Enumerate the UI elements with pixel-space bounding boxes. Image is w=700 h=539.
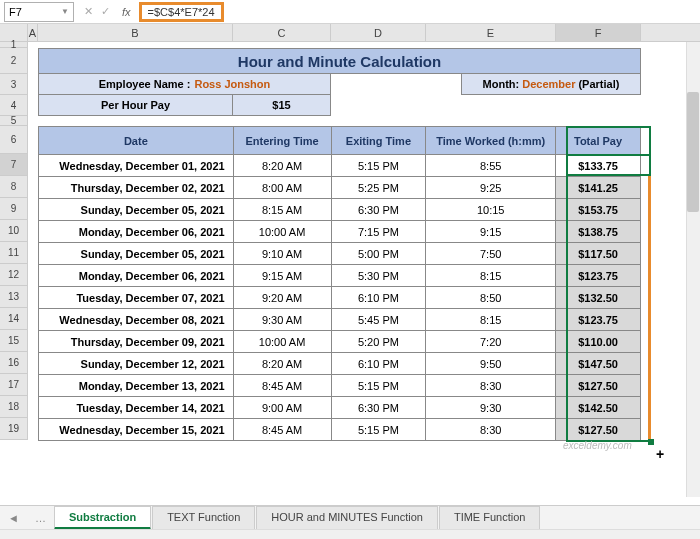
row-header[interactable]: 12: [0, 264, 28, 286]
cell-date[interactable]: Tuesday, December 14, 2021: [39, 397, 234, 419]
cell-exit[interactable]: 6:30 PM: [331, 397, 426, 419]
horizontal-scrollbar[interactable]: [0, 529, 700, 539]
cell-pay[interactable]: $117.50: [556, 243, 641, 265]
cell-date[interactable]: Tuesday, December 07, 2021: [39, 287, 234, 309]
row-header[interactable]: 3: [0, 74, 28, 95]
formula-input[interactable]: =$C$4*E7*24: [139, 2, 224, 22]
cell-date[interactable]: Monday, December 06, 2021: [39, 265, 234, 287]
cell-date[interactable]: Sunday, December 12, 2021: [39, 353, 234, 375]
cell-enter[interactable]: 8:20 AM: [233, 353, 331, 375]
cell-exit[interactable]: 5:25 PM: [331, 177, 426, 199]
row-header[interactable]: 10: [0, 220, 28, 242]
cell-worked[interactable]: 9:30: [426, 397, 556, 419]
cell-exit[interactable]: 5:15 PM: [331, 155, 426, 177]
sheet-tab[interactable]: TIME Function: [439, 506, 541, 530]
cell-pay[interactable]: $123.75: [556, 265, 641, 287]
cell-enter[interactable]: 9:00 AM: [233, 397, 331, 419]
cell-pay[interactable]: $110.00: [556, 331, 641, 353]
cell-enter[interactable]: 9:20 AM: [233, 287, 331, 309]
row-header[interactable]: 15: [0, 330, 28, 352]
cell-enter[interactable]: 9:15 AM: [233, 265, 331, 287]
cell-worked[interactable]: 9:25: [426, 177, 556, 199]
cell-worked[interactable]: 9:50: [426, 353, 556, 375]
cell-enter[interactable]: 8:45 AM: [233, 375, 331, 397]
row-header[interactable]: 7: [0, 154, 28, 176]
cell-worked[interactable]: 8:50: [426, 287, 556, 309]
enter-icon[interactable]: ✓: [101, 5, 110, 18]
row-header[interactable]: 9: [0, 198, 28, 220]
cell-exit[interactable]: 6:30 PM: [331, 199, 426, 221]
cell-enter[interactable]: 8:15 AM: [233, 199, 331, 221]
cell-pay[interactable]: $132.50: [556, 287, 641, 309]
cell-exit[interactable]: 5:20 PM: [331, 331, 426, 353]
cell-enter[interactable]: 9:10 AM: [233, 243, 331, 265]
row-header[interactable]: 17: [0, 374, 28, 396]
cancel-icon[interactable]: ✕: [84, 5, 93, 18]
cell-pay[interactable]: $142.50: [556, 397, 641, 419]
table-row[interactable]: Thursday, December 02, 20218:00 AM5:25 P…: [39, 177, 641, 199]
cell-pay[interactable]: $133.75: [556, 155, 641, 177]
table-row[interactable]: Monday, December 06, 20219:15 AM5:30 PM8…: [39, 265, 641, 287]
cell-date[interactable]: Wednesday, December 08, 2021: [39, 309, 234, 331]
cell-enter[interactable]: 10:00 AM: [233, 221, 331, 243]
row-header[interactable]: 2: [0, 48, 28, 74]
cell-pay[interactable]: $123.75: [556, 309, 641, 331]
name-box[interactable]: F7 ▼: [4, 2, 74, 22]
cell-date[interactable]: Wednesday, December 15, 2021: [39, 419, 234, 441]
cell-exit[interactable]: 5:45 PM: [331, 309, 426, 331]
tab-nav-prev-icon[interactable]: ◄: [0, 512, 27, 524]
cell-pay[interactable]: $127.50: [556, 375, 641, 397]
col-header-a[interactable]: A: [28, 24, 38, 41]
table-row[interactable]: Tuesday, December 07, 20219:20 AM6:10 PM…: [39, 287, 641, 309]
cell-worked[interactable]: 8:15: [426, 309, 556, 331]
tab-more-icon[interactable]: …: [27, 512, 54, 524]
cell-date[interactable]: Monday, December 13, 2021: [39, 375, 234, 397]
sheet-tab[interactable]: Substraction: [54, 506, 151, 530]
table-row[interactable]: Sunday, December 05, 20218:15 AM6:30 PM1…: [39, 199, 641, 221]
table-row[interactable]: Monday, December 13, 20218:45 AM5:15 PM8…: [39, 375, 641, 397]
cell-enter[interactable]: 8:20 AM: [233, 155, 331, 177]
cell-worked[interactable]: 7:50: [426, 243, 556, 265]
cell-pay[interactable]: $138.75: [556, 221, 641, 243]
col-header-e[interactable]: E: [426, 24, 556, 41]
cell-exit[interactable]: 5:15 PM: [331, 375, 426, 397]
scroll-thumb[interactable]: [687, 92, 699, 212]
cell-worked[interactable]: 8:30: [426, 375, 556, 397]
table-row[interactable]: Sunday, December 05, 20219:10 AM5:00 PM7…: [39, 243, 641, 265]
row-header[interactable]: 5: [0, 116, 28, 126]
cell-date[interactable]: Wednesday, December 01, 2021: [39, 155, 234, 177]
cell-exit[interactable]: 5:15 PM: [331, 419, 426, 441]
cell-worked[interactable]: 8:15: [426, 265, 556, 287]
table-row[interactable]: Sunday, December 12, 20218:20 AM6:10 PM9…: [39, 353, 641, 375]
cell-pay[interactable]: $153.75: [556, 199, 641, 221]
cell-date[interactable]: Monday, December 06, 2021: [39, 221, 234, 243]
cell-pay[interactable]: $127.50: [556, 419, 641, 441]
row-header[interactable]: 16: [0, 352, 28, 374]
col-header-d[interactable]: D: [331, 24, 426, 41]
cell-exit[interactable]: 6:10 PM: [331, 287, 426, 309]
col-header-b[interactable]: B: [38, 24, 233, 41]
cell-exit[interactable]: 5:30 PM: [331, 265, 426, 287]
row-header[interactable]: 14: [0, 308, 28, 330]
vertical-scrollbar[interactable]: [686, 42, 700, 497]
cell-exit[interactable]: 7:15 PM: [331, 221, 426, 243]
cell-date[interactable]: Thursday, December 02, 2021: [39, 177, 234, 199]
table-row[interactable]: Wednesday, December 01, 20218:20 AM5:15 …: [39, 155, 641, 177]
cell-enter[interactable]: 9:30 AM: [233, 309, 331, 331]
cell-date[interactable]: Sunday, December 05, 2021: [39, 199, 234, 221]
cell-worked[interactable]: 7:20: [426, 331, 556, 353]
row-header[interactable]: 6: [0, 126, 28, 154]
cell-exit[interactable]: 5:00 PM: [331, 243, 426, 265]
sheet-tab[interactable]: TEXT Function: [152, 506, 255, 530]
col-header-f[interactable]: F: [556, 24, 641, 41]
cell-worked[interactable]: 9:15: [426, 221, 556, 243]
cell-date[interactable]: Thursday, December 09, 2021: [39, 331, 234, 353]
cell-date[interactable]: Sunday, December 05, 2021: [39, 243, 234, 265]
cell-worked[interactable]: 8:30: [426, 419, 556, 441]
cell-worked[interactable]: 10:15: [426, 199, 556, 221]
col-header-c[interactable]: C: [233, 24, 331, 41]
table-row[interactable]: Monday, December 06, 202110:00 AM7:15 PM…: [39, 221, 641, 243]
row-header[interactable]: 13: [0, 286, 28, 308]
table-row[interactable]: Wednesday, December 15, 20218:45 AM5:15 …: [39, 419, 641, 441]
table-row[interactable]: Wednesday, December 08, 20219:30 AM5:45 …: [39, 309, 641, 331]
